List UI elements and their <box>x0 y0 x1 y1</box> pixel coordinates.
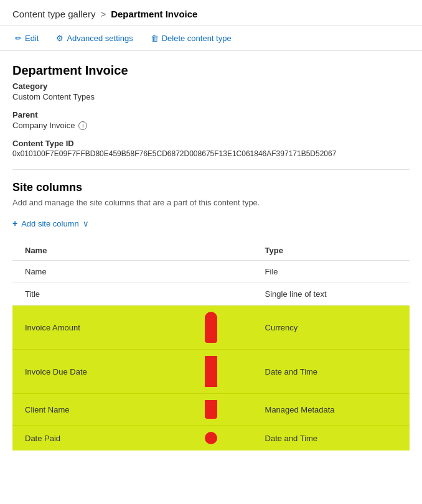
category-section: Category Custom Content Types <box>12 82 410 101</box>
row-name: Invoice Amount <box>12 306 163 350</box>
edit-label: Edit <box>25 34 39 43</box>
category-value: Custom Content Types <box>12 92 410 101</box>
row-type: Single line of text <box>259 283 410 306</box>
row-name: Date Paid <box>12 426 163 451</box>
chevron-down-icon: ∨ <box>83 219 89 228</box>
table-row: Date Paid Date and Time <box>12 426 410 451</box>
row-indicator <box>163 283 258 306</box>
breadcrumb-separator: > <box>100 9 106 19</box>
add-site-column-button[interactable]: + Add site column ∨ <box>12 216 89 231</box>
row-type: File <box>259 261 410 283</box>
row-type: Date and Time <box>259 426 410 451</box>
table-row: Client Name Managed Metadata <box>12 394 410 426</box>
row-name: Invoice Due Date <box>12 350 163 394</box>
edit-icon: ✏ <box>15 34 22 43</box>
delete-label: Delete content type <box>162 34 232 43</box>
row-type: Currency <box>259 306 410 350</box>
parent-section: Parent Company Invoice i <box>12 110 410 130</box>
category-label: Category <box>12 82 410 91</box>
page-title: Department Invoice <box>12 63 410 78</box>
table-row: NameFile <box>12 261 410 283</box>
row-name: Title <box>12 283 163 306</box>
info-icon[interactable]: i <box>78 121 87 130</box>
row-indicator <box>163 261 258 283</box>
row-indicator <box>163 306 258 350</box>
table-row: Invoice Due Date Date and Time <box>12 350 410 394</box>
table-row: TitleSingle line of text <box>12 283 410 306</box>
add-icon: + <box>12 218 17 228</box>
row-type: Date and Time <box>259 350 410 394</box>
site-columns-title: Site columns <box>12 181 410 194</box>
parent-value: Company Invoice i <box>12 121 410 130</box>
toolbar: ✏ Edit ⚙ Advanced settings 🗑 Delete cont… <box>0 26 422 51</box>
row-type: Managed Metadata <box>259 394 410 426</box>
column-header-indicator <box>163 241 258 261</box>
row-name: Name <box>12 261 163 283</box>
row-name: Client Name <box>12 394 163 426</box>
content-type-id-value: 0x010100F7E09F7FFBD80E459B58F76E5CD6872D… <box>12 149 410 158</box>
table-row: Invoice Amount Currency <box>12 306 410 350</box>
row-indicator <box>163 394 258 426</box>
site-columns-desc: Add and manage the site columns that are… <box>12 198 410 207</box>
advanced-settings-button[interactable]: ⚙ Advanced settings <box>54 32 135 44</box>
advanced-label: Advanced settings <box>67 34 133 43</box>
parent-label: Parent <box>12 110 410 119</box>
edit-button[interactable]: ✏ Edit <box>12 32 41 44</box>
gear-icon: ⚙ <box>56 34 63 43</box>
breadcrumb-link[interactable]: Content type gallery <box>12 9 95 19</box>
site-columns-table: Name Type NameFileTitleSingle line of te… <box>12 241 410 450</box>
column-header-type: Type <box>259 241 410 261</box>
column-header-name: Name <box>12 241 163 261</box>
row-indicator <box>163 426 258 451</box>
divider <box>12 169 410 170</box>
breadcrumb: Content type gallery > Department Invoic… <box>0 0 422 26</box>
delete-content-type-button[interactable]: 🗑 Delete content type <box>148 32 234 44</box>
delete-icon: 🗑 <box>151 34 159 43</box>
content-type-id-label: Content Type ID <box>12 139 410 148</box>
table-header-row: Name Type <box>12 241 410 261</box>
breadcrumb-current: Department Invoice <box>111 9 197 19</box>
row-indicator <box>163 350 258 394</box>
main-content: Department Invoice Category Custom Conte… <box>0 51 422 457</box>
content-type-id-section: Content Type ID 0x010100F7E09F7FFBD80E45… <box>12 139 410 158</box>
add-column-label: Add site column <box>21 219 79 228</box>
